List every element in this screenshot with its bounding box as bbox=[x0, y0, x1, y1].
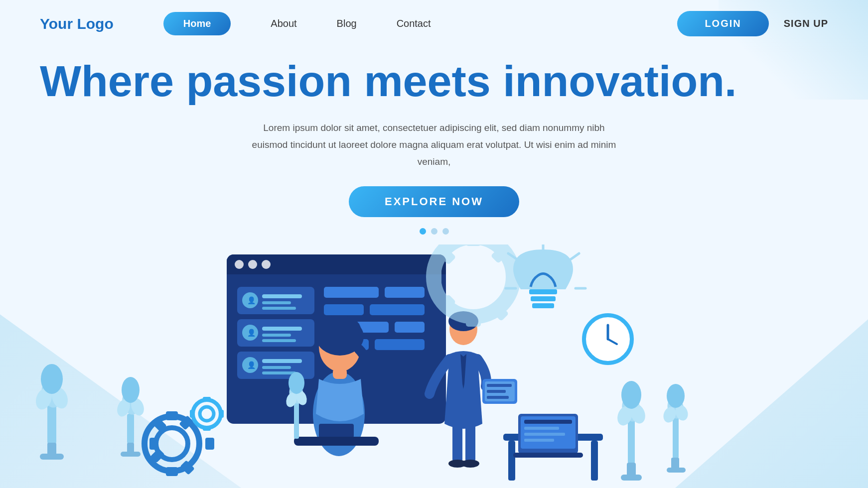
svg-rect-19 bbox=[205, 438, 214, 450]
nav-about[interactable]: About bbox=[271, 18, 296, 29]
nav-links: Home About Blog Contact bbox=[163, 12, 678, 35]
svg-rect-84 bbox=[487, 396, 509, 399]
nav-contact[interactable]: Contact bbox=[397, 18, 431, 29]
svg-rect-123 bbox=[431, 269, 441, 284]
svg-rect-52 bbox=[262, 366, 291, 369]
svg-rect-119 bbox=[667, 468, 686, 473]
svg-rect-53 bbox=[262, 371, 296, 374]
svg-rect-92 bbox=[532, 303, 554, 308]
svg-rect-59 bbox=[395, 322, 425, 333]
svg-rect-56 bbox=[324, 304, 364, 315]
hero-subtext: Lorem ipsum dolor sit amet, consectetuer… bbox=[245, 120, 623, 171]
svg-rect-46 bbox=[262, 334, 291, 337]
svg-rect-51 bbox=[262, 359, 302, 363]
svg-rect-101 bbox=[524, 420, 572, 424]
svg-rect-61 bbox=[375, 339, 425, 350]
svg-text:👤: 👤 bbox=[247, 296, 256, 305]
hero-headline: Where passion meets innovation. bbox=[40, 57, 828, 106]
svg-point-65 bbox=[319, 315, 361, 343]
svg-rect-39 bbox=[262, 294, 302, 298]
svg-rect-97 bbox=[508, 441, 515, 481]
svg-rect-28 bbox=[190, 410, 195, 418]
svg-point-79 bbox=[461, 460, 479, 468]
svg-point-34 bbox=[262, 260, 271, 269]
svg-rect-6 bbox=[40, 454, 64, 460]
svg-rect-113 bbox=[673, 414, 679, 459]
svg-point-32 bbox=[235, 260, 244, 269]
dot-1[interactable] bbox=[420, 228, 426, 235]
clock bbox=[584, 315, 632, 363]
dot-3[interactable] bbox=[442, 228, 449, 235]
svg-rect-112 bbox=[621, 475, 642, 481]
svg-rect-41 bbox=[262, 307, 296, 310]
dot-2[interactable] bbox=[431, 228, 437, 235]
svg-rect-83 bbox=[487, 390, 506, 393]
svg-rect-18 bbox=[149, 438, 158, 450]
svg-rect-55 bbox=[385, 287, 425, 298]
svg-text:👤: 👤 bbox=[247, 329, 256, 337]
svg-rect-102 bbox=[524, 427, 559, 430]
nav-home[interactable]: Home bbox=[163, 12, 231, 35]
illustration-area: 👤 👤 👤 bbox=[0, 244, 868, 488]
plant-left-2 bbox=[115, 377, 146, 457]
svg-rect-27 bbox=[203, 426, 211, 431]
svg-rect-17 bbox=[166, 467, 178, 476]
svg-rect-13 bbox=[121, 452, 141, 457]
svg-rect-66 bbox=[333, 368, 347, 379]
svg-rect-0 bbox=[47, 404, 56, 444]
svg-rect-124 bbox=[512, 269, 523, 284]
svg-rect-67 bbox=[319, 424, 354, 438]
svg-rect-69 bbox=[294, 399, 299, 439]
svg-rect-98 bbox=[591, 441, 598, 481]
login-button[interactable]: LOGIN bbox=[677, 11, 768, 36]
desk-area bbox=[503, 414, 603, 481]
svg-point-33 bbox=[248, 260, 257, 269]
svg-rect-82 bbox=[487, 384, 512, 387]
svg-rect-29 bbox=[219, 410, 224, 418]
svg-rect-68 bbox=[294, 437, 379, 446]
svg-text:👤: 👤 bbox=[247, 361, 256, 369]
svg-rect-91 bbox=[531, 296, 556, 301]
svg-rect-45 bbox=[262, 327, 302, 331]
svg-point-4 bbox=[41, 364, 63, 394]
svg-rect-31 bbox=[227, 269, 446, 274]
svg-rect-122 bbox=[466, 316, 481, 327]
nav-blog[interactable]: Blog bbox=[337, 18, 357, 29]
svg-rect-103 bbox=[524, 433, 565, 436]
svg-rect-105 bbox=[513, 453, 583, 458]
svg-rect-7 bbox=[127, 414, 134, 444]
svg-point-73 bbox=[289, 372, 304, 394]
svg-rect-40 bbox=[262, 301, 291, 304]
slider-dots bbox=[420, 228, 449, 235]
svg-point-11 bbox=[122, 377, 140, 403]
svg-point-24 bbox=[193, 400, 221, 428]
svg-rect-54 bbox=[324, 287, 379, 298]
svg-rect-90 bbox=[529, 289, 557, 294]
plant-left-1 bbox=[33, 364, 70, 460]
svg-point-25 bbox=[200, 407, 214, 421]
plant-right-1 bbox=[615, 381, 648, 481]
plant-right-2 bbox=[661, 384, 690, 473]
signup-button[interactable]: SIGN UP bbox=[784, 18, 828, 29]
svg-rect-16 bbox=[166, 411, 178, 420]
explore-button[interactable]: EXPLORE NOW bbox=[349, 186, 519, 217]
svg-rect-77 bbox=[465, 423, 475, 463]
hero-section: Where passion meets innovation. Lorem ip… bbox=[0, 47, 868, 244]
logo: Your Logo bbox=[40, 15, 114, 32]
nav-right: LOGIN SIGN UP bbox=[677, 11, 828, 36]
navbar: Your Logo Home About Blog Contact LOGIN … bbox=[0, 0, 868, 47]
svg-rect-26 bbox=[203, 397, 211, 402]
svg-rect-76 bbox=[452, 423, 462, 463]
svg-rect-47 bbox=[262, 339, 296, 342]
svg-line-86 bbox=[571, 253, 579, 259]
svg-rect-121 bbox=[466, 244, 481, 246]
svg-rect-104 bbox=[524, 439, 554, 442]
svg-rect-57 bbox=[370, 304, 425, 315]
svg-point-117 bbox=[667, 384, 685, 408]
main-illustration: 👤 👤 👤 bbox=[0, 244, 868, 488]
gear-left bbox=[145, 397, 224, 476]
svg-point-110 bbox=[621, 381, 641, 409]
